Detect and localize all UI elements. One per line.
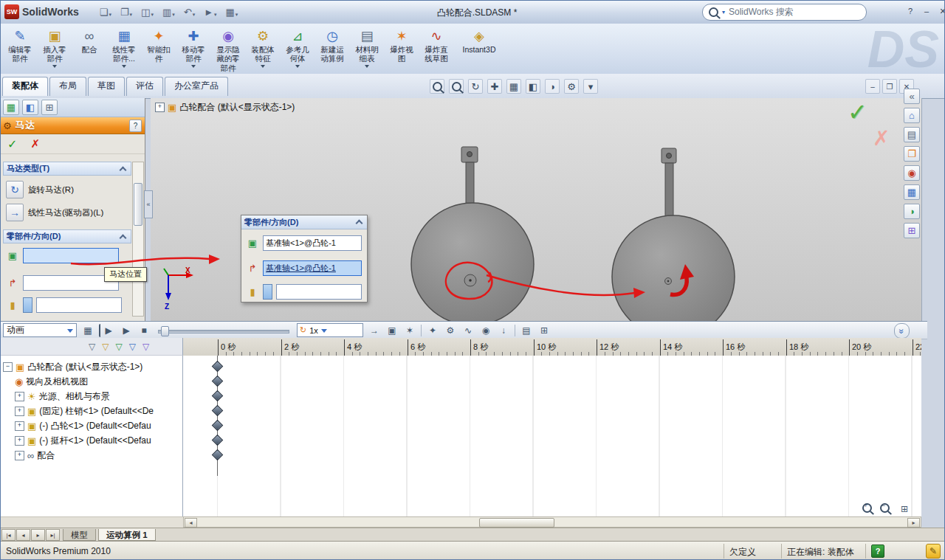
cam-part-left[interactable] <box>411 203 534 321</box>
mate-button[interactable]: ∞配合 <box>72 26 106 72</box>
pm-scrollbar[interactable] <box>132 162 144 317</box>
component-direction-header[interactable]: 零部件/方向(D) <box>3 229 131 243</box>
pm-help-button[interactable]: ? <box>129 120 142 132</box>
viewport-ok-button[interactable]: ✓ <box>848 98 867 126</box>
appearance-button[interactable]: ⚙ <box>564 79 579 94</box>
search-results-icon[interactable]: ◉ <box>904 165 920 181</box>
hide-show-items-button[interactable]: ◑ <box>545 79 560 94</box>
relative-component-field[interactable] <box>36 297 122 313</box>
dropdown-caret[interactable] <box>365 65 369 70</box>
select-button[interactable]: ►▾ <box>204 7 216 18</box>
chart-options-button[interactable]: ⊞ <box>537 324 551 337</box>
exploded-view-button[interactable]: ✶爆炸视图 <box>385 26 419 72</box>
feature-manager-tab-icon[interactable]: ▦ <box>3 100 19 115</box>
keyframe-diamond[interactable] <box>212 361 224 373</box>
keyframe-diamond[interactable] <box>212 449 224 461</box>
zoom-fit-timeline-button[interactable]: ⊞ <box>898 502 911 516</box>
view-settings-caret[interactable]: ▾ <box>583 79 598 94</box>
doc-restore-button[interactable]: ❐ <box>882 79 897 94</box>
playback-direction-icon[interactable]: → <box>368 324 381 337</box>
stop-button[interactable]: ■ <box>137 324 151 337</box>
task-pane-collapse-icon[interactable]: « <box>904 89 920 104</box>
key-point-button[interactable]: ✦ <box>426 324 439 337</box>
options-button[interactable]: ▦▾ <box>226 7 238 18</box>
zoom-fit-button[interactable] <box>430 79 444 94</box>
assembly-features-button[interactable]: ⚙装配体特征 <box>246 26 280 72</box>
dropdown-caret[interactable] <box>261 65 265 70</box>
pin-part-right[interactable] <box>662 148 676 218</box>
minimize-button[interactable]: – <box>918 4 935 18</box>
tree-row-mates[interactable]: + ∞ 配合 <box>0 448 182 463</box>
component-direction-flyout[interactable]: 零部件/方向(D) ▣ 基准轴<1>@凸轮-1 ↱ 基准轴<1>@凸轮-1 ▮ <box>241 215 368 303</box>
calculate-button[interactable]: ▦ <box>81 324 94 337</box>
file-explorer-icon[interactable]: ❐ <box>904 146 920 162</box>
last-tab-button[interactable]: ▸| <box>46 529 60 541</box>
panel-collapse-handle[interactable]: « <box>144 190 153 218</box>
filter-driving-icon[interactable]: ▽ <box>115 342 122 352</box>
viewport-cancel-button[interactable]: ✗ <box>873 126 890 151</box>
play-from-start-button[interactable]: ▶ <box>99 324 115 337</box>
zoom-out-button[interactable]: − <box>880 503 892 515</box>
collapse-motion-manager-button[interactable]: » <box>894 323 910 339</box>
tree-row-lights[interactable]: + ☀ 光源、相机与布景 <box>0 389 182 404</box>
cancel-button[interactable]: ✗ <box>30 137 40 151</box>
pan-button[interactable]: ✚ <box>487 79 502 94</box>
axis-field-2[interactable]: 基准轴<1>@凸轮-1 <box>263 260 362 276</box>
open-document-button[interactable]: ❐▾ <box>120 7 132 18</box>
view-orientation-button[interactable]: ▦ <box>506 79 521 94</box>
keyframe-diamond[interactable] <box>212 405 224 417</box>
relative-component-field[interactable] <box>276 284 362 300</box>
scroll-left-arrow[interactable]: ◂ <box>185 518 197 528</box>
spring-button[interactable]: ∿ <box>461 324 475 337</box>
first-tab-button[interactable]: |◂ <box>1 529 16 541</box>
rotary-motor-option[interactable]: ↻ 旋转马达(R) <box>6 181 131 198</box>
reference-geometry-button[interactable]: ⊿参考几何体 <box>281 26 315 72</box>
motion-study-tab[interactable]: 运动算例 1 <box>98 529 156 541</box>
close-button[interactable]: ✕ <box>935 4 945 18</box>
gravity-button[interactable]: ↓ <box>497 324 510 337</box>
search-box[interactable]: ▾ SolidWorks 搜索 <box>702 4 867 21</box>
dropdown-caret[interactable] <box>122 65 126 70</box>
scrollbar-thumb[interactable] <box>479 518 554 528</box>
study-type-select[interactable]: 动画 <box>3 323 77 337</box>
dropdown-caret[interactable] <box>52 65 57 70</box>
ok-button[interactable]: ✓ <box>7 137 17 151</box>
linear-motor-option[interactable]: → 线性马达(驱动器)(L) <box>6 204 131 221</box>
filter-selected-icon[interactable]: ▽ <box>129 342 136 352</box>
assembly-name[interactable]: 凸轮配合 (默认<显示状态-1>) <box>179 101 295 114</box>
design-library-icon[interactable]: ▤ <box>904 127 920 142</box>
cam-part-right[interactable] <box>612 215 735 321</box>
motor-type-header[interactable]: 马达类型(T) <box>3 162 131 176</box>
move-component-button[interactable]: ✚移动零部件 <box>176 26 210 72</box>
timeline-slider[interactable] <box>158 324 289 337</box>
search-scope-caret[interactable]: ▾ <box>722 9 725 15</box>
tree-row-follower-part[interactable]: + ▣ (-) 挺杆<1> (Default<<Defau <box>0 433 182 448</box>
slider-thumb[interactable] <box>161 326 169 336</box>
pm-scrollbar-thumb[interactable] <box>134 183 142 226</box>
animation-wizard-button[interactable]: ✶ <box>403 324 416 337</box>
expand-toggle[interactable]: + <box>15 436 24 446</box>
insert-component-button[interactable]: ▣插入零部件 <box>38 26 72 72</box>
tab-evaluate[interactable]: 评估 <box>126 77 163 96</box>
expand-toggle[interactable]: + <box>15 451 24 460</box>
configuration-manager-tab-icon[interactable]: ⊞ <box>41 100 58 115</box>
keyframe-diamond[interactable] <box>212 420 224 432</box>
show-hidden-components-button[interactable]: ◉显示隐藏的零部件 <box>211 26 245 72</box>
tree-row-cam-part[interactable]: + ▣ (-) 凸轮<1> (Default<<Defau <box>0 418 182 433</box>
rotate-view-button[interactable]: ↻ <box>468 79 483 94</box>
tree-row-camera-views[interactable]: ◉ 视向及相机视图 <box>0 374 182 389</box>
play-button[interactable]: ▶ <box>120 324 133 337</box>
view-palette-icon[interactable]: ▦ <box>904 184 920 200</box>
linear-component-pattern-button[interactable]: ▦线性零部件... <box>107 26 141 72</box>
motor-location-field[interactable] <box>23 248 119 263</box>
edit-component-button[interactable]: ✎编辑零部件 <box>3 26 37 72</box>
filter-results-icon[interactable]: ▽ <box>142 342 149 352</box>
breadcrumb-expander[interactable]: + <box>155 103 165 112</box>
flyout-header[interactable]: 零部件/方向(D) <box>241 215 367 229</box>
keyframe-diamond[interactable] <box>212 376 224 387</box>
help-button[interactable]: ? <box>902 4 918 18</box>
solidworks-resources-icon[interactable]: ⌂ <box>904 108 920 123</box>
instant3d-button[interactable]: ◈Instant3D <box>454 26 504 72</box>
new-document-button[interactable]: ❏▾ <box>100 7 111 18</box>
bill-of-materials-button[interactable]: ▤材料明细表 <box>350 26 384 72</box>
